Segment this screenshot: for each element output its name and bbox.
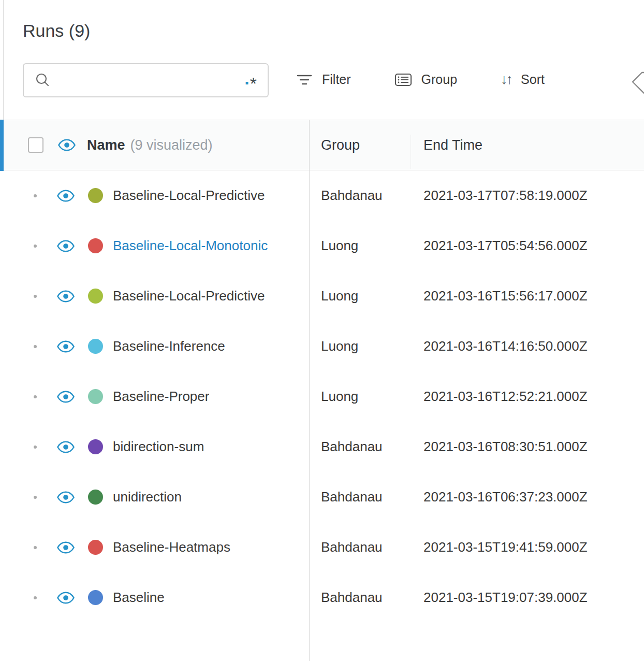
run-color-dot xyxy=(88,188,103,203)
run-color-dot xyxy=(88,238,103,253)
search-input[interactable] xyxy=(51,64,244,96)
table-row[interactable]: Baseline-Local-Monotonic Luong 2021-03-1… xyxy=(0,221,644,271)
visibility-eye-icon[interactable] xyxy=(57,290,75,303)
table-row[interactable]: unidirection Bahdanau 2021-03-16T06:37:2… xyxy=(0,472,644,522)
run-color-dot xyxy=(88,289,103,304)
run-color-dot xyxy=(88,389,103,404)
run-color-dot xyxy=(88,590,103,605)
group-label: Group xyxy=(421,72,457,87)
visibility-eye-icon[interactable] xyxy=(57,189,75,203)
tag-button[interactable] xyxy=(630,69,644,96)
select-all-checkbox[interactable] xyxy=(28,137,43,153)
run-name[interactable]: Baseline-Heatmaps xyxy=(113,539,230,555)
run-end-time: 2021-03-15T19:41:59.000Z xyxy=(411,539,644,555)
column-header-group[interactable]: Group xyxy=(309,137,411,153)
drag-handle-dot[interactable] xyxy=(34,245,37,248)
sort-label: Sort xyxy=(521,72,545,87)
filter-icon xyxy=(296,74,313,86)
run-group: Bahdanau xyxy=(309,188,411,204)
run-color-dot xyxy=(88,490,103,505)
filter-button[interactable]: Filter xyxy=(296,72,351,87)
panel-header: Runs (9) .* Filter xyxy=(0,0,644,120)
drag-handle-dot[interactable] xyxy=(34,596,37,599)
tag-icon xyxy=(630,69,644,94)
drag-handle-dot[interactable] xyxy=(34,496,37,499)
regex-star: * xyxy=(250,74,257,93)
sort-icon: ↓↑ xyxy=(501,71,511,88)
visibility-eye-icon[interactable] xyxy=(57,239,75,253)
visibility-eye-icon[interactable] xyxy=(57,340,75,353)
table-row[interactable]: Baseline-Inference Luong 2021-03-16T14:1… xyxy=(0,321,644,371)
filter-label: Filter xyxy=(322,72,351,87)
run-name[interactable]: Baseline-Proper xyxy=(113,389,209,405)
run-color-dot xyxy=(88,339,103,354)
run-end-time: 2021-03-16T12:52:21.000Z xyxy=(411,389,644,405)
visibility-eye-icon[interactable] xyxy=(57,390,75,404)
sort-button[interactable]: ↓↑ Sort xyxy=(501,71,545,88)
run-color-dot xyxy=(88,439,103,454)
column-header-name[interactable]: Name xyxy=(87,137,125,153)
run-end-time: 2021-03-16T06:37:23.000Z xyxy=(411,489,644,505)
run-end-time: 2021-03-17T05:54:56.000Z xyxy=(411,238,644,254)
run-name[interactable]: Baseline-Local-Monotonic xyxy=(113,238,268,254)
runs-panel: Runs (9) .* Filter xyxy=(0,0,644,661)
table-header-row: Name (9 visualized) Group End Time xyxy=(0,120,644,170)
run-end-time: 2021-03-17T07:58:19.000Z xyxy=(411,188,644,204)
run-group: Luong xyxy=(309,288,411,304)
run-end-time: 2021-03-16T14:16:50.000Z xyxy=(411,338,644,354)
group-icon xyxy=(394,73,412,87)
visibility-eye-icon[interactable] xyxy=(57,541,75,554)
run-group: Luong xyxy=(309,338,411,354)
drag-handle-dot[interactable] xyxy=(34,295,37,298)
table-toolbar: Filter Group ↓↑ Sort xyxy=(296,71,545,88)
search-icon xyxy=(34,72,51,89)
table-row[interactable]: Baseline-Heatmaps Bahdanau 2021-03-15T19… xyxy=(0,522,644,572)
table-row[interactable]: Baseline Bahdanau 2021-03-15T19:07:39.00… xyxy=(0,572,644,623)
run-group: Luong xyxy=(309,238,411,254)
header-accent-bar xyxy=(0,120,4,171)
drag-handle-dot[interactable] xyxy=(34,345,37,348)
visibility-eye-icon[interactable] xyxy=(57,440,75,454)
drag-handle-dot[interactable] xyxy=(34,194,37,197)
run-search-box[interactable]: .* xyxy=(23,63,269,97)
table-row[interactable]: bidirection-sum Bahdanau 2021-03-16T08:3… xyxy=(0,422,644,472)
runs-table-body: Baseline-Local-Predictive Bahdanau 2021-… xyxy=(0,170,644,623)
drag-handle-dot[interactable] xyxy=(34,446,37,449)
regex-toggle-icon[interactable]: .* xyxy=(244,75,257,85)
drag-handle-dot[interactable] xyxy=(34,395,37,398)
column-header-end-time[interactable]: End Time xyxy=(411,137,644,153)
run-group: Bahdanau xyxy=(309,539,411,555)
run-name[interactable]: Baseline xyxy=(113,590,165,606)
run-end-time: 2021-03-16T08:30:51.000Z xyxy=(411,439,644,455)
run-name[interactable]: unidirection xyxy=(113,489,182,505)
visibility-eye-icon[interactable] xyxy=(57,491,75,504)
page-title: Runs (9) xyxy=(23,21,90,41)
run-group: Bahdanau xyxy=(309,590,411,606)
run-name[interactable]: bidirection-sum xyxy=(113,439,204,455)
run-name[interactable]: Baseline-Local-Predictive xyxy=(113,288,265,304)
run-group: Bahdanau xyxy=(309,439,411,455)
table-row[interactable]: Baseline-Local-Predictive Luong 2021-03-… xyxy=(0,271,644,321)
run-group: Bahdanau xyxy=(309,489,411,505)
drag-handle-dot[interactable] xyxy=(34,546,37,549)
table-row[interactable]: Baseline-Proper Luong 2021-03-16T12:52:2… xyxy=(0,371,644,422)
visualized-count: (9 visualized) xyxy=(130,137,213,153)
visibility-eye-icon[interactable] xyxy=(58,138,76,152)
run-name[interactable]: Baseline-Inference xyxy=(113,338,225,354)
run-end-time: 2021-03-16T15:56:17.000Z xyxy=(411,288,644,304)
visibility-eye-icon[interactable] xyxy=(57,591,75,605)
group-time-column-divider xyxy=(411,135,411,169)
table-row[interactable]: Baseline-Local-Predictive Bahdanau 2021-… xyxy=(0,170,644,221)
run-end-time: 2021-03-15T19:07:39.000Z xyxy=(411,590,644,606)
regex-dot: . xyxy=(244,68,250,88)
name-group-column-divider xyxy=(309,120,310,661)
run-group: Luong xyxy=(309,389,411,405)
group-button[interactable]: Group xyxy=(394,72,457,87)
run-name[interactable]: Baseline-Local-Predictive xyxy=(113,188,265,204)
run-color-dot xyxy=(88,540,103,555)
